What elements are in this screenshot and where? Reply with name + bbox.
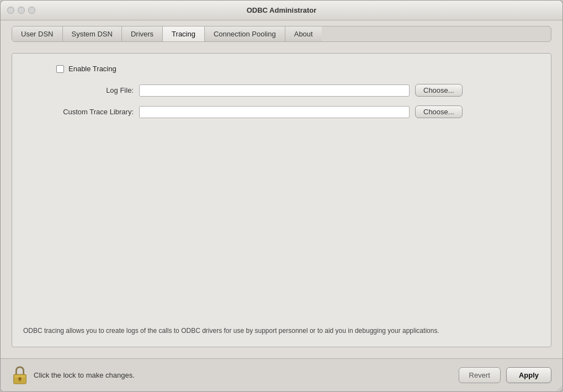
- revert-button[interactable]: Revert: [459, 367, 501, 383]
- main-window: ODBC Administrator User DSN System DSN D…: [0, 0, 563, 392]
- enable-tracing-row: Enable Tracing: [56, 65, 540, 73]
- close-button[interactable]: [7, 7, 14, 14]
- tab-about[interactable]: About: [285, 27, 322, 41]
- resize-handle[interactable]: [554, 383, 563, 392]
- enable-tracing-checkbox[interactable]: [56, 65, 64, 73]
- log-file-row: Log File: Choose...: [23, 84, 540, 97]
- title-bar: ODBC Administrator: [1, 1, 562, 20]
- tabs-area: User DSN System DSN Drivers Tracing Conn…: [1, 20, 562, 42]
- custom-trace-label: Custom Trace Library:: [23, 108, 134, 116]
- bottom-bar: Click the lock to make changes. Revert A…: [1, 358, 562, 391]
- tab-connection-pooling[interactable]: Connection Pooling: [205, 27, 285, 41]
- bottom-buttons: Revert Apply: [459, 367, 551, 383]
- log-file-choose-button[interactable]: Choose...: [415, 84, 463, 97]
- svg-line-6: [561, 390, 563, 392]
- lock-area: Click the lock to make changes.: [12, 365, 459, 385]
- custom-trace-choose-button[interactable]: Choose...: [415, 105, 463, 118]
- log-file-input[interactable]: [139, 84, 410, 97]
- custom-trace-input[interactable]: [139, 106, 410, 118]
- enable-tracing-label: Enable Tracing: [68, 65, 116, 73]
- custom-trace-row: Custom Trace Library: Choose...: [23, 105, 540, 118]
- svg-line-5: [559, 388, 563, 392]
- tab-drivers[interactable]: Drivers: [122, 27, 163, 41]
- log-file-label: Log File:: [23, 86, 134, 94]
- tab-system-dsn[interactable]: System DSN: [63, 27, 122, 41]
- apply-button[interactable]: Apply: [506, 367, 551, 383]
- tab-user-dsn[interactable]: User DSN: [12, 27, 63, 41]
- svg-rect-3: [15, 375, 25, 378]
- description-text: ODBC tracing allows you to create logs o…: [23, 315, 465, 336]
- minimize-button[interactable]: [18, 7, 25, 14]
- window-title: ODBC Administrator: [247, 6, 317, 14]
- tab-bar: User DSN System DSN Drivers Tracing Conn…: [12, 26, 551, 42]
- tab-tracing[interactable]: Tracing: [163, 27, 205, 41]
- traffic-lights: [7, 7, 35, 14]
- main-content: Enable Tracing Log File: Choose... Custo…: [1, 42, 562, 358]
- lock-text: Click the lock to make changes.: [34, 371, 135, 379]
- svg-rect-2: [19, 378, 21, 381]
- lock-icon[interactable]: [12, 365, 28, 385]
- content-panel: Enable Tracing Log File: Choose... Custo…: [12, 53, 551, 347]
- maximize-button[interactable]: [28, 7, 35, 14]
